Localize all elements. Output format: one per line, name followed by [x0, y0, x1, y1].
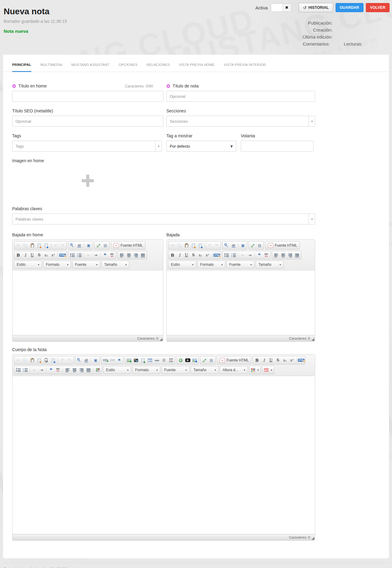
superscript-button[interactable]: x² — [288, 357, 295, 364]
media-embed-button[interactable] — [191, 357, 198, 364]
tags-combobox[interactable]: ▾ — [12, 141, 162, 152]
replace-button[interactable]: ab — [230, 242, 237, 249]
italic-button[interactable]: I — [176, 252, 183, 258]
volver-button[interactable]: VOLVER — [366, 3, 390, 12]
style-select[interactable]: Estilo▾ — [14, 261, 42, 269]
bulleted-list-button[interactable] — [22, 367, 29, 373]
paste-text-button[interactable] — [36, 242, 43, 249]
align-center-button[interactable] — [125, 252, 132, 258]
superscript-button[interactable]: x² — [50, 252, 56, 258]
paste-word-button[interactable] — [50, 357, 56, 364]
chevron-down-icon[interactable]: ▾ — [155, 141, 162, 152]
align-left-button[interactable] — [64, 367, 71, 373]
style-select[interactable]: Estilo▾ — [168, 261, 196, 269]
format-select[interactable]: Formato▾ — [197, 261, 225, 269]
align-center-button[interactable] — [71, 367, 78, 373]
paste-text-button[interactable] — [36, 357, 43, 364]
anchor-button[interactable]: ⚑ — [116, 357, 123, 364]
tab-relaciones[interactable]: RELACIONES — [147, 63, 170, 72]
editor-content-area[interactable] — [167, 270, 315, 335]
horizontal-rule-button[interactable] — [154, 357, 160, 364]
activa-toggle[interactable]: ✖ — [271, 3, 291, 12]
insert-image-button[interactable] — [126, 357, 132, 364]
editor-content-area[interactable] — [12, 270, 163, 335]
size-select[interactable]: Tamaño▾ — [256, 261, 284, 269]
strikethrough-button[interactable]: S — [190, 252, 197, 258]
bulleted-list-button[interactable] — [230, 252, 237, 258]
strikethrough-button[interactable]: S — [274, 357, 281, 364]
chevron-down-icon[interactable]: ▾ — [308, 214, 315, 224]
align-justify-button[interactable] — [139, 252, 146, 258]
clean-html-button[interactable]: HTML — [213, 252, 220, 258]
replace-button[interactable]: ab — [76, 242, 83, 249]
underline-button[interactable]: U — [183, 252, 190, 258]
numbered-list-button[interactable] — [69, 252, 76, 258]
find-button[interactable] — [76, 357, 83, 364]
volanta-input[interactable] — [241, 141, 314, 152]
align-left-button[interactable] — [118, 252, 125, 258]
underline-button[interactable]: U — [268, 357, 274, 364]
font-select[interactable]: Fuente▾ — [72, 261, 100, 269]
italic-button[interactable]: I — [22, 252, 29, 258]
italic-button[interactable]: I — [261, 357, 267, 364]
tab-multimedia[interactable]: MULTIMEDIA — [40, 63, 62, 72]
align-right-button[interactable] — [132, 252, 139, 258]
page-break-button[interactable] — [168, 357, 174, 364]
insert-iframe-button[interactable] — [177, 357, 184, 364]
paste-text-button[interactable] — [190, 242, 197, 249]
show-blocks-button[interactable]: ▤ — [102, 242, 109, 249]
titulo-home-input[interactable] — [12, 91, 163, 102]
subscript-button[interactable]: x₂ — [197, 252, 204, 258]
color-grid-select[interactable]: ▾ — [249, 366, 261, 374]
tags-input[interactable] — [12, 141, 162, 152]
align-right-button[interactable] — [78, 367, 85, 373]
clean-html-button[interactable]: HTML — [59, 252, 66, 258]
imagen-home-upload[interactable] — [12, 164, 163, 198]
insert-media-button[interactable] — [133, 357, 139, 364]
strikethrough-button[interactable]: S — [36, 252, 43, 258]
resize-grip[interactable] — [312, 537, 314, 540]
find-button[interactable] — [69, 242, 76, 249]
tab-vista-previa-home[interactable]: VISTA PREVIA HOME — [179, 63, 215, 72]
insert-table-button[interactable] — [147, 357, 153, 364]
size-select[interactable]: Tamaño▾ — [191, 366, 219, 374]
align-right-button[interactable] — [287, 252, 293, 258]
paste-button[interactable] — [29, 357, 36, 364]
select-all-button[interactable]: ▣ — [240, 242, 246, 249]
tag-a-mostrar-select[interactable]: Por defecto ∨ — [166, 141, 236, 152]
bold-button[interactable]: B — [254, 357, 260, 364]
format-select[interactable]: Formato▾ — [132, 366, 160, 374]
style-select[interactable]: Estilo▾ — [103, 366, 131, 374]
superscript-button[interactable]: x² — [204, 252, 211, 258]
paste-word-button[interactable] — [43, 242, 49, 249]
bulleted-list-button[interactable] — [76, 252, 83, 258]
show-blocks-button[interactable]: ▤ — [256, 242, 263, 249]
subscript-button[interactable]: x₂ — [43, 252, 49, 258]
div-container-button[interactable]: DIV</> — [55, 367, 61, 373]
special-character-button[interactable]: Ω — [161, 357, 167, 364]
blockquote-button[interactable]: ❞ — [256, 252, 263, 258]
insert-map-button[interactable] — [94, 367, 101, 373]
size-select[interactable]: Tamaño▾ — [101, 261, 129, 269]
resize-grip[interactable] — [160, 338, 162, 341]
blockquote-button[interactable]: ❞ — [48, 367, 54, 373]
insert-template-button[interactable] — [140, 357, 146, 364]
replace-button[interactable]: ab — [83, 357, 90, 364]
tab-opciones[interactable]: OPCIONES — [119, 63, 138, 72]
indent-button[interactable]: ⇥ — [38, 367, 45, 373]
table-style-select[interactable]: ▾ — [262, 366, 274, 374]
tab-principal[interactable]: PRINCIPAL — [12, 63, 31, 72]
editor-content-area[interactable] — [12, 376, 315, 534]
bold-button[interactable]: B — [15, 252, 22, 258]
secciones-input[interactable] — [166, 116, 315, 127]
resize-grip[interactable] — [312, 338, 314, 341]
source-button[interactable]: ‹›Fuente HTML — [111, 241, 145, 250]
clean-html-button[interactable]: HTML — [298, 357, 305, 364]
font-select[interactable]: Fuente▾ — [227, 261, 254, 269]
numbered-list-button[interactable] — [15, 367, 22, 373]
source-button[interactable]: ‹›Fuente HTML — [265, 241, 300, 250]
palabras-claves-input[interactable] — [12, 214, 315, 224]
tab-mustang-assistant[interactable]: MUSTANG ASSISTANT — [71, 63, 110, 72]
format-select[interactable]: Formato▾ — [43, 261, 71, 269]
line-height-select[interactable]: Altura d...▾ — [220, 366, 248, 374]
